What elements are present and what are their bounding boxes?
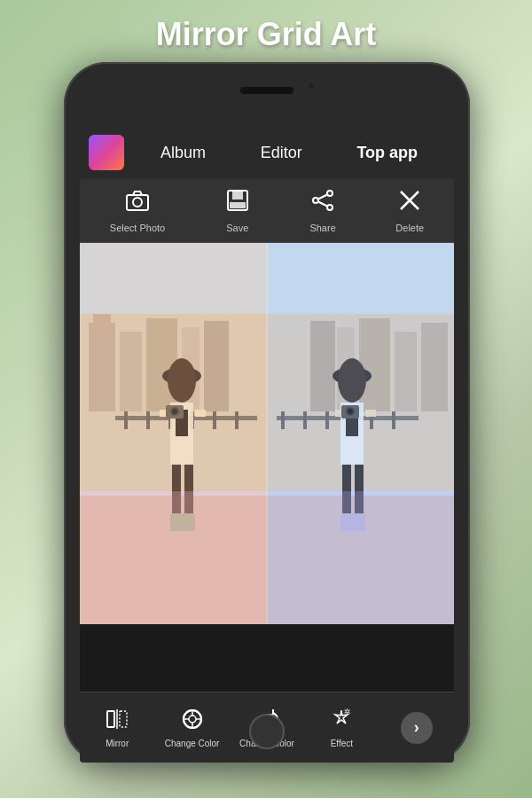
mirror-icon [106,708,129,736]
svg-rect-69 [267,491,454,624]
select-photo-button[interactable]: Select Photo [110,188,165,233]
svg-point-1 [133,198,142,207]
svg-line-8 [318,195,327,200]
save-label: Save [226,223,248,233]
effect-icon [330,708,353,736]
change-color-1-button[interactable]: Change Color [161,708,223,748]
save-button[interactable]: Save [225,188,250,233]
mirror-button[interactable]: Mirror [86,708,148,748]
svg-point-7 [313,198,318,203]
photo-area [80,243,454,624]
app-title: Mirror Grid Art [0,16,532,53]
svg-point-75 [189,716,196,723]
nav-tab-top-app[interactable]: Top app [349,140,425,166]
svg-rect-68 [80,491,267,624]
phone-screen: Album Editor Top app Select Photo [80,126,454,699]
toolbar: Select Photo Save [80,179,454,243]
effect-label: Effect [331,739,353,748]
share-icon [310,188,335,219]
album-icon[interactable] [89,135,124,170]
svg-rect-71 [107,711,114,727]
nav-tab-editor[interactable]: Editor [254,140,309,166]
phone-speaker [240,87,293,94]
svg-point-5 [327,191,332,196]
change-color-1-label: Change Color [165,739,220,748]
nav-tab-album[interactable]: Album [153,140,213,166]
share-button[interactable]: Share [309,188,335,233]
svg-line-9 [318,202,327,207]
phone-frame: Album Editor Top app Select Photo [64,62,470,763]
select-photo-label: Select Photo [110,223,165,233]
color-wheel-1-icon [181,708,204,736]
nav-bar: Album Editor Top app [80,126,454,179]
delete-button[interactable]: Delete [395,188,424,233]
phone-home-button[interactable] [249,714,285,749]
svg-rect-4 [230,202,246,208]
nav-tabs: Album Editor Top app [133,140,445,166]
save-icon [225,188,250,219]
arrow-right-icon: › [401,712,433,744]
svg-rect-3 [232,191,243,200]
effect-button[interactable]: Effect [310,708,372,748]
svg-point-6 [327,205,332,210]
phone-camera [307,82,316,90]
delete-icon [397,188,422,219]
arrow-right-button[interactable]: › [386,712,448,744]
svg-rect-72 [120,711,127,727]
share-label: Share [309,223,335,233]
mirror-label: Mirror [106,739,129,748]
delete-label: Delete [395,223,424,233]
camera-icon [125,188,150,219]
